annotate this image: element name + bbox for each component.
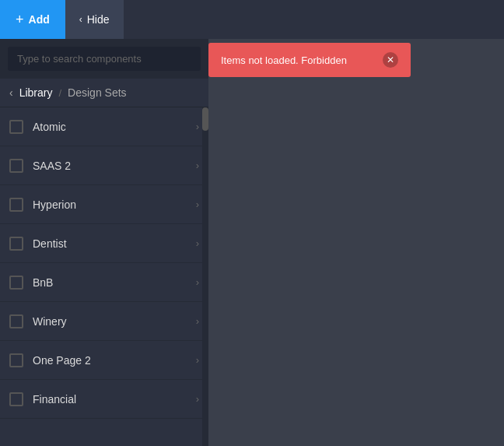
item-arrow-icon: › (196, 237, 199, 249)
item-arrow-icon: › (196, 315, 199, 327)
item-label: Financial (33, 393, 187, 406)
toast-close-button[interactable]: ✕ (383, 52, 398, 68)
item-label: Dentist (33, 237, 187, 250)
item-arrow-icon: › (196, 276, 199, 288)
item-checkbox[interactable] (9, 120, 23, 134)
item-label: Winery (33, 315, 187, 328)
item-arrow-icon: › (196, 393, 199, 405)
design-sets-list: Atomic›SAAS 2›Hyperion›Dentist›BnB›Winer… (0, 107, 208, 446)
item-checkbox[interactable] (9, 314, 23, 328)
item-checkbox[interactable] (9, 392, 23, 406)
add-button[interactable]: + Add (0, 0, 65, 39)
item-checkbox[interactable] (9, 198, 23, 212)
search-bar (0, 39, 208, 79)
breadcrumb-back-icon[interactable]: ‹ (9, 86, 13, 99)
list-item[interactable]: Winery› (0, 302, 208, 341)
item-checkbox[interactable] (9, 276, 23, 290)
hide-button[interactable]: ‹ Hide (65, 0, 124, 39)
search-input[interactable] (8, 47, 201, 71)
scroll-thumb[interactable] (202, 107, 208, 131)
item-label: One Page 2 (33, 354, 187, 367)
main-content-area (208, 39, 504, 446)
list-item[interactable]: One Page 2› (0, 341, 208, 380)
sidebar: ‹ Library / Design Sets Atomic›SAAS 2›Hy… (0, 39, 208, 446)
scroll-track (202, 107, 208, 446)
top-bar: + Add ‹ Hide (0, 0, 504, 39)
hide-arrow-icon: ‹ (79, 14, 82, 25)
breadcrumb-library-link[interactable]: Library (19, 86, 53, 99)
breadcrumb-separator: / (58, 87, 61, 99)
item-checkbox[interactable] (9, 237, 23, 251)
item-arrow-icon: › (196, 121, 199, 132)
list-item[interactable]: BnB› (0, 263, 208, 302)
list-item[interactable]: Dentist› (0, 224, 208, 263)
list-item[interactable]: Atomic› (0, 107, 208, 146)
item-label: SAAS 2 (33, 160, 187, 172)
breadcrumb: ‹ Library / Design Sets (0, 79, 208, 107)
item-checkbox[interactable] (9, 353, 23, 367)
list-item[interactable]: SAAS 2› (0, 146, 208, 185)
item-arrow-icon: › (196, 198, 199, 210)
add-label: Add (29, 13, 50, 26)
list-item[interactable]: Hyperion› (0, 185, 208, 224)
item-label: Atomic (33, 121, 187, 133)
item-label: Hyperion (33, 198, 187, 211)
item-arrow-icon: › (196, 160, 199, 171)
item-label: BnB (33, 276, 187, 289)
plus-icon: + (16, 12, 24, 28)
breadcrumb-current-label: Design Sets (68, 86, 126, 99)
list-item[interactable]: Financial› (0, 380, 208, 419)
error-toast-message: Items not loaded. Forbidden (221, 54, 347, 66)
error-toast: Items not loaded. Forbidden ✕ (208, 43, 411, 77)
item-checkbox[interactable] (9, 159, 23, 173)
hide-label: Hide (87, 13, 110, 26)
item-arrow-icon: › (196, 354, 199, 366)
